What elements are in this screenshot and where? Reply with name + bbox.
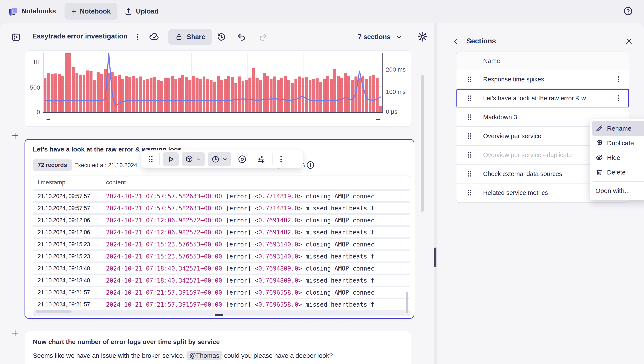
- history-icon[interactable]: [215, 31, 227, 42]
- menu-divider: [593, 181, 644, 182]
- eye-off-icon: [595, 154, 603, 162]
- chevron-down-icon: [222, 156, 228, 162]
- visualization-dropdown[interactable]: [182, 152, 205, 166]
- chart-plot[interactable]: [43, 53, 383, 113]
- sections-count-dropdown[interactable]: 7 sections: [358, 33, 403, 41]
- section-toolbar: [141, 150, 303, 168]
- cell-timestamp: 21.10.2024, 09:12:06: [33, 229, 102, 236]
- cell-timestamp: 21.10.2024, 09:21:57: [33, 301, 102, 308]
- cell-content: 2024-10-21 07:21:57.391597+00:00 [error]…: [102, 301, 374, 308]
- panel-resize-divider[interactable]: [434, 23, 437, 364]
- upload-icon: [124, 7, 133, 16]
- notebooks-app-icon[interactable]: [9, 6, 19, 16]
- info-icon[interactable]: [306, 160, 315, 170]
- menu-item-delete[interactable]: Delete: [592, 165, 644, 180]
- table-row[interactable]: 21.10.2024, 09:18:402024-10-21 07:18:40.…: [33, 275, 410, 286]
- section-name: Overview per service - duplicate: [483, 152, 572, 158]
- undo-icon[interactable]: [237, 32, 247, 42]
- cell-timestamp: 21.10.2024, 09:18:40: [33, 265, 102, 272]
- help-icon[interactable]: [623, 6, 633, 16]
- drag-handle-icon[interactable]: [145, 152, 156, 166]
- lock-icon: [175, 33, 183, 41]
- menu-item-duplicate[interactable]: Duplicate: [592, 136, 644, 150]
- panel-resize-grip[interactable]: [434, 248, 436, 267]
- add-section-button[interactable]: +: [10, 328, 20, 338]
- notebook-kebab-icon[interactable]: [133, 32, 142, 42]
- section-row[interactable]: Let's have a look at the raw error & w..…: [456, 88, 629, 108]
- chevron-down-icon: [195, 156, 202, 162]
- cell-timestamp: 21.10.2024, 09:18:40: [33, 277, 102, 284]
- mention-chip[interactable]: @Thomas: [186, 351, 222, 360]
- drag-handle-icon[interactable]: [466, 188, 473, 197]
- cell-timestamp: 21.10.2024, 09:21:57: [33, 289, 102, 296]
- options-button[interactable]: [253, 152, 269, 166]
- add-section-button[interactable]: +: [10, 131, 20, 141]
- name-column-header: Name: [483, 57, 500, 64]
- pan-left-arrow[interactable]: ←: [45, 115, 52, 122]
- cell-content: 2024-10-21 07:18:40.342571+00:00 [error]…: [102, 265, 374, 272]
- main-scrollbar[interactable]: [421, 75, 424, 212]
- eye-icon: [238, 155, 247, 164]
- plus-icon: +: [71, 7, 76, 16]
- close-icon[interactable]: [624, 36, 634, 46]
- column-divider[interactable]: [102, 178, 102, 187]
- timeframe-dropdown[interactable]: [208, 152, 231, 166]
- drag-handle-icon[interactable]: [466, 170, 473, 178]
- section-name: Related service metrics: [483, 189, 548, 196]
- panel-back-icon[interactable]: [451, 36, 461, 46]
- table-body: 21.10.2024, 09:57:572024-10-21 07:57:57.…: [33, 191, 410, 310]
- gear-icon[interactable]: [417, 31, 429, 42]
- table-row[interactable]: 21.10.2024, 09:21:572024-10-21 07:21:57.…: [33, 287, 410, 298]
- col-header-content[interactable]: content: [102, 179, 126, 186]
- section-resize-handle[interactable]: [215, 314, 223, 316]
- markdown-paragraph: Seems like we have an issue with the bro…: [33, 352, 333, 359]
- section-name: Response time spikes: [483, 76, 544, 83]
- more-actions-icon[interactable]: [275, 152, 287, 166]
- visibility-button[interactable]: [234, 152, 250, 166]
- cell-timestamp: 21.10.2024, 09:12:06: [33, 217, 102, 224]
- cell-timestamp: 21.10.2024, 09:15:23: [33, 241, 102, 248]
- table-row[interactable]: 21.10.2024, 09:12:062024-10-21 07:12:06.…: [33, 215, 410, 226]
- logs-table[interactable]: timestamp content 21.10.2024, 09:57:5720…: [33, 176, 410, 316]
- table-row[interactable]: 21.10.2024, 09:18:402024-10-21 07:18:40.…: [33, 263, 410, 274]
- panel-toggle-icon[interactable]: [11, 32, 22, 42]
- table-row[interactable]: 21.10.2024, 09:57:572024-10-21 07:57:57.…: [33, 203, 410, 213]
- menu-item-rename[interactable]: Rename: [592, 121, 644, 136]
- records-count-badge: 72 records: [33, 160, 72, 170]
- pan-right-arrow[interactable]: →: [375, 115, 381, 122]
- drag-handle-icon[interactable]: [466, 151, 473, 159]
- menu-item-hide[interactable]: Hide: [592, 150, 644, 165]
- section-name: Check external data sources: [483, 170, 562, 178]
- table-row[interactable]: 21.10.2024, 09:21:572024-10-21 07:21:57.…: [33, 299, 410, 310]
- cell-timestamp: 21.10.2024, 09:15:23: [33, 253, 102, 260]
- cell-timestamp: 21.10.2024, 09:57:57: [33, 205, 102, 212]
- menu-item-open-with-[interactable]: Open with...: [592, 184, 644, 198]
- markdown-section-card[interactable]: Now chart the number of error logs over …: [25, 331, 411, 364]
- app-title[interactable]: Notebooks: [22, 7, 56, 15]
- new-notebook-button[interactable]: + Notebook: [65, 3, 117, 20]
- cloud-sync-icon[interactable]: [149, 31, 160, 42]
- upload-button[interactable]: Upload: [122, 3, 161, 20]
- toolbar-divider: [272, 153, 272, 165]
- cell-content: 2024-10-21 07:57:57.582633+00:00 [error]…: [102, 205, 374, 212]
- cell-content: 2024-10-21 07:21:57.391597+00:00 [error]…: [102, 289, 374, 296]
- redo-icon[interactable]: [258, 32, 268, 42]
- kebab-menu-icon[interactable]: [614, 75, 623, 84]
- table-row[interactable]: 21.10.2024, 09:15:232024-10-21 07:15:23.…: [33, 239, 410, 250]
- table-row[interactable]: 21.10.2024, 09:12:062024-10-21 07:12:06.…: [33, 227, 410, 238]
- table-row[interactable]: 21.10.2024, 09:15:232024-10-21 07:15:23.…: [33, 251, 410, 262]
- drag-handle-icon[interactable]: [466, 113, 473, 122]
- drag-handle-icon[interactable]: [466, 75, 473, 84]
- col-header-timestamp[interactable]: timestamp: [33, 179, 102, 186]
- kebab-menu-icon[interactable]: [614, 94, 623, 102]
- table-vertical-scrollbar[interactable]: [406, 292, 408, 313]
- run-button[interactable]: [163, 152, 179, 166]
- table-horizontal-scrollbar[interactable]: [36, 310, 72, 313]
- table-row[interactable]: 21.10.2024, 09:57:572024-10-21 07:57:57.…: [33, 191, 410, 201]
- section-row[interactable]: Response time spikes: [456, 70, 629, 88]
- cell-content: 2024-10-21 07:57:57.582633+00:00 [error]…: [102, 193, 374, 200]
- notebook-title[interactable]: Easytrade error investigation: [32, 32, 128, 40]
- drag-handle-icon[interactable]: [466, 132, 473, 140]
- share-button[interactable]: Share: [168, 29, 212, 45]
- drag-handle-icon[interactable]: [466, 94, 473, 102]
